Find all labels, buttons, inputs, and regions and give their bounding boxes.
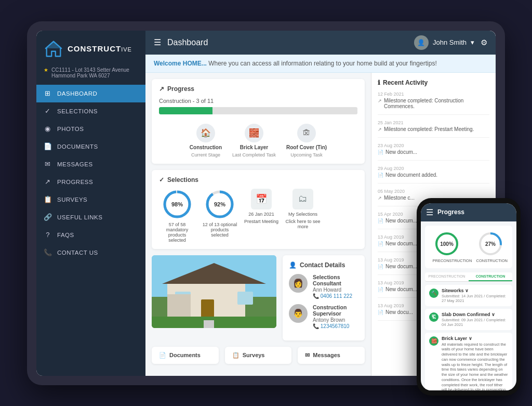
contact-icon: 📞: [44, 248, 52, 257]
sidebar-item-selections[interactable]: ✓ SELECTIONS: [36, 102, 145, 120]
stage-bricklayer-name: Brick Layer: [240, 145, 268, 150]
svg-rect-12: [237, 292, 253, 305]
nav-messages-card[interactable]: ✉ Messages: [298, 347, 365, 364]
activity-icon-4: ↗: [378, 195, 382, 201]
progress-bar: [159, 107, 357, 114]
contact-info-1: Selections Consultant Ann Howard 📞 0406 …: [313, 274, 358, 299]
contact-avatar-2: 👨: [289, 304, 308, 323]
sidebar-item-useful-links[interactable]: 🔗 USEFUL LINKS: [36, 208, 145, 226]
stage-roof-sub: Upcoming Task: [290, 152, 322, 158]
contact-phone-2[interactable]: 📞 1234567810: [313, 323, 358, 329]
activity-title-text: Recent Activity: [383, 79, 428, 86]
optional-pct: 92%: [214, 201, 225, 207]
star-icon: ★: [44, 67, 48, 73]
surveys-label: SURVEYS: [57, 197, 87, 203]
faqs-icon: ?: [44, 231, 52, 239]
contact-card-icon: 👤: [289, 261, 297, 269]
photos-icon: ◉: [44, 125, 52, 133]
progress-card-title: ↗ Progress: [159, 85, 357, 93]
photos-label: pHoTOS: [57, 126, 84, 132]
contact-info-2: Construction Supervisor Antony Brown 📞 1…: [313, 304, 358, 329]
brick-desc: All materials required to construct the …: [442, 342, 508, 390]
progress-label: PROGRESS: [57, 179, 93, 185]
activity-item-2: 23 Aug 2020 📄 New docum...: [378, 143, 489, 161]
siteworks-content: Siteworks ∨ Submitted: 14 Jun 2021 / Com…: [442, 288, 508, 303]
sidebar-item-messages[interactable]: ✉ MESSAGES: [36, 155, 145, 173]
mobile-tab-pre[interactable]: PRECONSTRUCTION: [425, 272, 469, 281]
mobile-progress-circles: 100% PRECONSTRUCTION 27% CONSTRUCTION: [425, 226, 512, 268]
my-selections-item[interactable]: 🗂 My Selections Click here to see more: [285, 189, 321, 229]
sidebar-item-documents[interactable]: 📄 DOCUMENTS: [36, 138, 145, 155]
user-name: John Smith: [433, 38, 467, 46]
mobile-tabs: PRECONSTRUCTION CONSTRUCTION: [425, 272, 512, 282]
mobile-con-ring: 27%: [477, 231, 503, 257]
mobile-pre-circle: 100% PRECONSTRUCTION: [433, 231, 461, 263]
mobile-hamburger-icon[interactable]: ☰: [426, 207, 433, 217]
activity-desc-2: 📄 New docum...: [378, 149, 489, 155]
mobile-list-brick[interactable]: 🧱 Brick Layer ∨ All materials required t…: [425, 333, 512, 390]
progress-card: ↗ Progress Construction - 3 of 11 🏠 Cons…: [152, 79, 365, 164]
contact-phone-1[interactable]: 📞 0406 111 222: [313, 293, 358, 299]
faqs-label: FAQS: [57, 232, 74, 238]
sidebar-address: ★ CC1111 - Lot 3143 Setter Avenue Hammon…: [36, 64, 145, 85]
stage-roof-icon: 🏚: [297, 124, 316, 142]
brick-dot: 🧱: [429, 336, 438, 346]
sidebar-item-surveys[interactable]: 📋 SURVEYS: [36, 191, 145, 208]
prestart-date: 26 Jan 2021: [248, 212, 274, 217]
mobile-title: Progress: [437, 208, 464, 216]
logo-name: CONSTRUCT: [68, 44, 121, 53]
house-image: [152, 255, 276, 328]
activity-item-1: 25 Jan 2021 ↗ Milestone completed: Prest…: [378, 120, 489, 138]
brick-content: Brick Layer ∨ All materials required to …: [442, 336, 508, 390]
bottom-nav-row: 📄 Documents 📋 Surveys ✉ Messages: [152, 347, 365, 364]
gear-icon[interactable]: ⚙: [481, 38, 487, 47]
activity-text-1: Milestone completed: Prestart Meeting.: [384, 126, 474, 132]
page-title: Dashboard: [167, 38, 408, 47]
activity-date-3: 29 Aug 2020: [378, 166, 489, 171]
surveys-icon: 📋: [44, 195, 52, 204]
content-left: ↗ Progress Construction - 3 of 11 🏠 Cons…: [145, 73, 371, 376]
activity-icon-6: 📄: [378, 241, 383, 246]
contact-avatar-1: 👩: [289, 274, 308, 293]
nav-documents-card[interactable]: 📄 Documents: [152, 347, 219, 364]
optional-donut: 92% 12 of 13 optional products selected: [202, 189, 238, 238]
selections-card: ✓ Selections 98: [152, 170, 365, 249]
stage-construction: 🏠 Construction Current Stage: [190, 124, 222, 158]
activity-icon-2: 📄: [378, 150, 383, 155]
prestart-item[interactable]: 📅 26 Jan 2021 Prestart Meeting: [244, 189, 278, 224]
nav-surveys-card[interactable]: 📋 Surveys: [225, 347, 292, 364]
mobile-tab-con[interactable]: CONSTRUCTION: [469, 272, 512, 281]
stage-construction-name: Construction: [190, 145, 222, 150]
progress-icon: ↗: [44, 178, 52, 186]
progress-subtitle: Construction - 3 of 11: [159, 98, 357, 104]
messages-icon: ✉: [44, 160, 52, 168]
activity-date-4: 05 May 2020: [378, 189, 489, 194]
avatar: 👤: [414, 35, 429, 50]
logo-house-icon: [44, 39, 63, 59]
sidebar-item-photos[interactable]: ◉ pHoTOS: [36, 120, 145, 138]
mobile-list-slab[interactable]: 🏗 Slab Down Confirmed ∨ Submitted: 09 Ju…: [425, 309, 512, 330]
user-menu[interactable]: 👤 John Smith ▾: [414, 35, 474, 50]
hamburger-icon[interactable]: ☰: [154, 37, 161, 47]
mobile-frame: ☰ Progress 100% PRECONSTRUCTION: [417, 198, 521, 396]
prestart-icon: 📅: [251, 189, 272, 209]
sidebar-item-faqs[interactable]: ? FAQS: [36, 226, 145, 244]
contact-title-text: Contact Details: [300, 261, 345, 269]
contact-person-1: 👩 Selections Consultant Ann Howard 📞 040…: [289, 274, 358, 299]
sidebar-item-dashboard[interactable]: ⊞ DASHBOARD: [36, 85, 145, 102]
contact-person-2: 👨 Construction Supervisor Antony Brown 📞…: [289, 304, 358, 329]
mobile-pre-pct: 100%: [440, 241, 454, 246]
contact-card-title: 👤 Contact Details: [289, 261, 358, 269]
mobile-top-bar: ☰ Progress: [421, 203, 516, 221]
documents-nav-icon: 📄: [159, 352, 166, 359]
logo-suffix: IVE: [121, 46, 132, 53]
sidebar-item-progress[interactable]: ↗ PROGRESS: [36, 173, 145, 191]
selections-icon: ✓: [44, 107, 52, 115]
activity-icon-8: 📄: [378, 287, 383, 292]
activity-icon-3: 📄: [378, 173, 383, 178]
sidebar-nav: ⊞ DASHBOARD ✓ SELECTIONS ◉ pHoTOS 📄 DOCU…: [36, 85, 145, 376]
mobile-list-siteworks[interactable]: 🔨 Siteworks ∨ Submitted: 14 Jun 2021 / C…: [425, 285, 512, 306]
sidebar-item-contact[interactable]: 📞 CONTACT US: [36, 244, 145, 261]
siteworks-title: Siteworks ∨: [442, 288, 508, 293]
messages-nav-icon: ✉: [305, 352, 310, 359]
